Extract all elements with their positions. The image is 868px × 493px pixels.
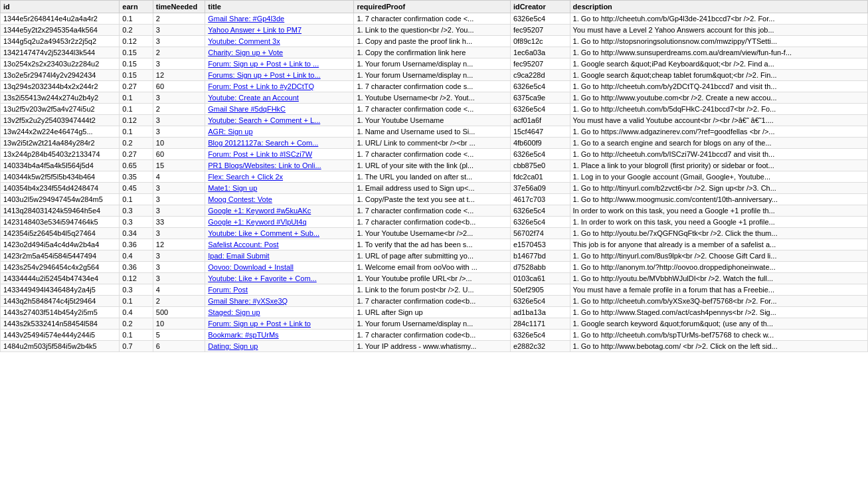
table-row[interactable]: 140334b4a4f5a4k5l564j5d40.6515PR1 Blogs/…	[1, 160, 868, 171]
cell-id: 1443s27403f514b454y2i5m5	[1, 307, 120, 318]
table-row[interactable]: 1344e5r2648414e4u2a4a4r20.12Gmail Share:…	[1, 13, 868, 25]
table-row[interactable]: 13w2i5t2w2t214a484y284r20.210Blog 201211…	[1, 138, 868, 149]
cell-title[interactable]: Google +1: Keyword #VlpUt4q	[205, 217, 354, 228]
cell-desc: 1. Google search keyword &quot;forum&quo…	[570, 318, 867, 330]
cell-creator: 50ef2905	[510, 284, 570, 296]
table-row[interactable]: 1443s27403f514b454y2i5m50.4500Staged: Si…	[1, 307, 868, 318]
table-row[interactable]: 1342147474v2j52344l3k5440.152Charity: Si…	[1, 47, 868, 58]
table-row[interactable]: 13u2f5v203w2f5a4v274i5u20.12Gmail Share …	[1, 104, 868, 115]
cell-title[interactable]: Safelist Account: Post	[205, 239, 354, 250]
table-row[interactable]: 1423o2d494i5a4c4d4w2b4a40.3612Safelist A…	[1, 239, 868, 250]
table-row[interactable]: 1443v25494i574e444y244i50.15Bookmark: #s…	[1, 330, 868, 341]
cell-id: 1443s2k5332414n58454l584	[1, 318, 120, 330]
table-row[interactable]: 1433449494l4346484y2a4j50.34Forum: Post1…	[1, 284, 868, 296]
cell-desc: You must have a female profile in a foru…	[570, 284, 867, 296]
cell-time: 3	[153, 25, 205, 36]
cell-title[interactable]: Dating: Sign up	[205, 341, 354, 352]
cell-title[interactable]: Blog 20121127a: Search + Com...	[205, 138, 354, 149]
cell-earn: 0.65	[120, 160, 153, 171]
cell-title[interactable]: Flex: Search + Click 2x	[205, 171, 354, 183]
table-row[interactable]: 13o254x2s2x23403u2z284u20.153Forum: Sign…	[1, 58, 868, 70]
table-row[interactable]: 140344k5w2f5f5l5b434b4640.354Flex: Searc…	[1, 171, 868, 183]
cell-title[interactable]: Gmail Share: #Gp4l3de	[205, 13, 354, 25]
cell-earn: 0.1	[120, 104, 153, 115]
table-row[interactable]: 1344e5y2t2x2945354a4k5640.23Yahoo Answer…	[1, 25, 868, 36]
cell-earn: 0.3	[120, 284, 153, 296]
cell-creator: e1570453	[510, 239, 570, 250]
cell-earn: 0.2	[120, 318, 153, 330]
cell-time: 10	[153, 138, 205, 149]
cell-proof: 1. Copy the confirmation link here	[354, 47, 510, 58]
table-row[interactable]: 1443q2h5848474c4j5t294640.12Gmail Share:…	[1, 296, 868, 307]
cell-title[interactable]: Charity: Sign up + Vote	[205, 47, 354, 58]
header-creator: idCreator	[510, 1, 570, 13]
table-row[interactable]: 140354b4x234f554d42484740.453Mate1: Sign…	[1, 183, 868, 194]
table-row[interactable]: 13v2f5x2u2y25403947444t20.123Youtube: Se…	[1, 115, 868, 126]
cell-creator: ad1ba13a	[510, 307, 570, 318]
cell-title[interactable]: Forum: Post	[205, 284, 354, 296]
table-row[interactable]: 1423148403e534i5947464k50.333Google +1: …	[1, 217, 868, 228]
cell-proof: 1. Youtube Username<br />2. Yout...	[354, 92, 510, 104]
cell-title[interactable]: Youtube: Search + Comment + L...	[205, 115, 354, 126]
cell-title[interactable]: Youtube: Like + Comment + Sub...	[205, 228, 354, 239]
cell-earn: 0.12	[120, 273, 153, 284]
cell-title[interactable]: Youtube: Like + Favorite + Com...	[205, 273, 354, 284]
cell-proof: 1. 7 character confirmation code<b...	[354, 330, 510, 341]
cell-title[interactable]: Moog Contest: Vote	[205, 194, 354, 205]
cell-creator: 6375ca9e	[510, 92, 570, 104]
cell-title[interactable]: Bookmark: #spTUrMs	[205, 330, 354, 341]
cell-title[interactable]: Google +1: Keyword #w5kuAKc	[205, 205, 354, 217]
cell-creator: 37e56a09	[510, 183, 570, 194]
cell-title[interactable]: Forum: Sign up + Post + Link to ...	[205, 58, 354, 70]
cell-creator: d7528abb	[510, 262, 570, 273]
cell-proof: 1. To verify that the ad has been s...	[354, 239, 510, 250]
table-row[interactable]: 1423s254v2946454c4x2g5640.363Oovoo: Down…	[1, 262, 868, 273]
cell-time: 3	[153, 126, 205, 138]
cell-title[interactable]: Gmail Share: #yXSxe3Q	[205, 296, 354, 307]
cell-title[interactable]: Forums: Sign up + Post + Link to...	[205, 70, 354, 81]
cell-time: 60	[153, 149, 205, 160]
header-desc: description	[570, 1, 867, 13]
table-row[interactable]: 13w244x2w224e46474g5...0.13AGR: Sign up1…	[1, 126, 868, 138]
table-row[interactable]: 1443s2k5332414n58454l5840.210Forum: Sign…	[1, 318, 868, 330]
table-row[interactable]: 13x244p284b45403z21334740.2760Forum: Pos…	[1, 149, 868, 160]
table-row[interactable]: 1403u2l5w294947454w284m50.13Moog Contest…	[1, 194, 868, 205]
cell-desc: 1. Go to http://cheetuh.com/b/yXSxe3Q-be…	[570, 296, 867, 307]
cell-title[interactable]: Gmail Share #5dqFHkC	[205, 104, 354, 115]
cell-title[interactable]: Youtube: Comment 3x	[205, 36, 354, 47]
cell-title[interactable]: PR1 Blogs/Websites: Link to Onli...	[205, 160, 354, 171]
cell-desc: This job is for anyone that already is a…	[570, 239, 867, 250]
cell-title[interactable]: Youtube: Create an Account	[205, 92, 354, 104]
table-row[interactable]: 1423r2m5a454i584i54474940.43Ipad: Email …	[1, 250, 868, 262]
cell-creator: 6326e5c4	[510, 330, 570, 341]
cell-title[interactable]: Forum: Sign up + Post + Link to	[205, 318, 354, 330]
cell-title[interactable]: Forum: Post + Link to #ISCzi7W	[205, 149, 354, 160]
table-row[interactable]: 13s2i55413w244x274u2b4y20.13Youtube: Cre…	[1, 92, 868, 104]
table-row[interactable]: 13o2e5r29474l4y2v29424340.1512Forums: Si…	[1, 70, 868, 81]
cell-id: 1344e5y2t2x2945354a4k564	[1, 25, 120, 36]
table-row[interactable]: 142354i5z26454b4l5q274640.343Youtube: Li…	[1, 228, 868, 239]
table-row[interactable]: 14334444u2i52454b47434e40.123Youtube: Li…	[1, 273, 868, 284]
cell-id: 1344e5r2648414e4u2a4a4r2	[1, 13, 120, 25]
cell-title[interactable]: Oovoo: Download + Install	[205, 262, 354, 273]
table-row[interactable]: 1413q284031424k59464h5e40.33Google +1: K…	[1, 205, 868, 217]
cell-creator: 6326e5c4	[510, 81, 570, 92]
cell-title[interactable]: Mate1: Sign up	[205, 183, 354, 194]
table-row[interactable]: 1344g5q2u2a49453r2z2j5q20.123Youtube: Co…	[1, 36, 868, 47]
cell-time: 500	[153, 307, 205, 318]
cell-proof: 1. Your forum Username/display n...	[354, 318, 510, 330]
cell-title[interactable]: Staged: Sign up	[205, 307, 354, 318]
cell-creator: c9ca228d	[510, 70, 570, 81]
cell-proof: 1. Your IP address - www.whatismy...	[354, 341, 510, 352]
cell-title[interactable]: Yahoo Answer + Link to PM7	[205, 25, 354, 36]
cell-time: 4	[153, 171, 205, 183]
cell-title[interactable]: Forum: Post + Link to #y2DCtTQ	[205, 81, 354, 92]
cell-desc: 1. Go to http://www.bebotag.com/ <br />2…	[570, 341, 867, 352]
header-title: title	[205, 1, 354, 13]
cell-earn: 0.1	[120, 330, 153, 341]
table-row[interactable]: 13q294s2032344b4x2x244r20.2760Forum: Pos…	[1, 81, 868, 92]
cell-title[interactable]: AGR: Sign up	[205, 126, 354, 138]
cell-title[interactable]: Ipad: Email Submit	[205, 250, 354, 262]
cell-earn: 0.1	[120, 194, 153, 205]
table-row[interactable]: 1484u2m503j5f584i5w2b4k50.76Dating: Sign…	[1, 341, 868, 352]
